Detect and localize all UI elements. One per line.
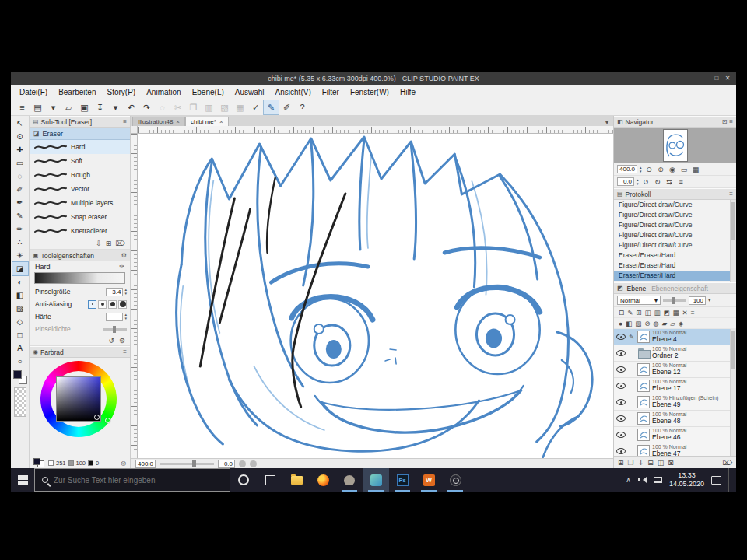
layer-row[interactable]: 100 % Hinzufügen (Schein) Ebene 49 — [614, 394, 730, 411]
layer-command-icon[interactable]: ◍ — [653, 320, 658, 327]
status-button-a[interactable] — [239, 460, 246, 467]
navigator-thumbnail[interactable] — [664, 130, 687, 161]
layer-visibility-eye-icon[interactable] — [616, 448, 626, 454]
navigator-zoom-icon[interactable]: ◉ — [668, 166, 678, 173]
layer-row[interactable]: 100 % Normal Ebene 46 — [614, 427, 730, 443]
wrench-icon[interactable]: ⚙ — [121, 252, 127, 259]
layer-footer-icon[interactable]: ⊟ — [647, 459, 654, 467]
subtool-footer-icon[interactable]: ⊞ — [106, 240, 112, 247]
layer-visibility-eye-icon[interactable] — [616, 350, 626, 356]
layer-visibility-eye-icon[interactable] — [616, 366, 626, 373]
toolbar-icon[interactable]: ✓ — [248, 100, 263, 114]
network-icon[interactable] — [654, 477, 662, 483]
layer-footer-icon[interactable]: ◫ — [658, 459, 665, 467]
panel-menu-icon[interactable]: ≡ — [729, 118, 733, 125]
layer-footer-icon[interactable]: ↧ — [638, 459, 644, 467]
menu-item[interactable]: Ansicht(V) — [270, 86, 317, 98]
close-tab-icon[interactable]: × — [219, 117, 223, 126]
photoshop-button[interactable]: Ps — [389, 468, 416, 492]
panel-menu-icon[interactable]: ≡ — [729, 191, 733, 198]
navigator-rotation-value[interactable]: 0.0 — [617, 177, 634, 186]
taskbar-search[interactable] — [34, 468, 230, 492]
property-settings-icon[interactable]: ⚙ — [119, 337, 125, 345]
layer-row[interactable]: 100 % Normal Ordner 2 — [614, 345, 730, 362]
start-button[interactable] — [11, 468, 34, 492]
aa-option-weak[interactable] — [98, 300, 107, 309]
navigator-zoom-icon[interactable]: ⊖ — [644, 166, 654, 173]
layer-visibility-eye-icon[interactable] — [616, 415, 626, 422]
reset-property-icon[interactable]: ↺ — [108, 337, 114, 345]
subtool-item[interactable]: Knetradierer — [30, 224, 130, 238]
toolbar-icon[interactable]: ▥ — [202, 100, 216, 114]
brush-size-value[interactable]: 3.4 — [106, 288, 123, 296]
subtool-item[interactable]: Vector — [30, 182, 130, 196]
layer-thumbnail[interactable] — [637, 331, 650, 343]
layer-command-icon[interactable]: ▱ — [670, 320, 675, 327]
layer-command-icon[interactable]: ▦ — [672, 309, 679, 317]
layer-command-icon[interactable]: ⊘ — [644, 320, 650, 327]
layer-row[interactable]: ✎ 100 % Normal Ebene 4 — [614, 329, 730, 345]
tool-icon[interactable]: ⊙ — [12, 130, 28, 143]
tool-icon[interactable]: ✚ — [12, 143, 28, 156]
brush-size-spinner[interactable]: ▴▾ — [124, 288, 127, 296]
layer-row[interactable]: 100 % Normal Ebene 47 — [614, 443, 730, 456]
subtool-item[interactable]: Hard — [30, 140, 130, 154]
layer-footer-icon[interactable]: ⊞ — [618, 459, 624, 467]
panel-menu-icon[interactable]: ≡ — [123, 118, 127, 125]
tool-icon[interactable]: ◇ — [12, 315, 28, 328]
tab-list-chevron-icon[interactable]: ▾ — [605, 119, 613, 126]
show-desktop-button[interactable] — [728, 468, 732, 492]
navigator-zoom-spinner[interactable]: ▴▾ — [640, 166, 642, 173]
subtool-item[interactable]: Snap eraser — [30, 210, 130, 224]
layer-visibility-eye-icon[interactable] — [616, 383, 626, 389]
aa-option-none[interactable] — [88, 300, 96, 309]
tool-icon[interactable]: ✐ — [12, 183, 28, 196]
layer-scrollbar[interactable] — [730, 329, 736, 456]
tool-icon[interactable]: ✎ — [12, 209, 28, 222]
toolbar-icon[interactable]: ▾ — [46, 100, 61, 114]
density-slider[interactable] — [103, 328, 127, 331]
menu-item[interactable]: Fenster(W) — [345, 86, 395, 98]
subtool-item[interactable]: Rough — [30, 168, 130, 182]
toolbar-icon[interactable]: ▧ — [217, 100, 232, 114]
history-header[interactable]: ▤ Protokoll ≡ — [614, 188, 736, 200]
tool-icon[interactable]: ◧ — [12, 289, 28, 302]
navigator-rotate-icon[interactable]: ≡ — [676, 178, 686, 186]
history-item[interactable]: Eraser/Eraser/Hard — [614, 261, 730, 271]
layer-command-icon[interactable]: ✕ — [682, 309, 688, 317]
menu-item[interactable]: Bearbeiten — [53, 86, 101, 98]
navigator-preview[interactable] — [614, 128, 736, 163]
sv-marker[interactable] — [94, 415, 100, 420]
tool-property-header[interactable]: ▣ Tooleigenschaften ⚙ — [30, 250, 130, 261]
layer-command-icon[interactable]: ▥ — [654, 309, 660, 317]
layer-visibility-eye-icon[interactable] — [616, 432, 626, 438]
tool-icon[interactable]: ✏ — [12, 222, 28, 236]
tool-icon[interactable]: ◌ — [12, 170, 28, 183]
tool-icon[interactable]: ▭ — [12, 156, 28, 170]
toolbar-icon[interactable]: ▾ — [108, 100, 123, 114]
layer-thumbnail[interactable] — [637, 363, 650, 376]
w-app-button[interactable]: W — [416, 468, 442, 492]
hardness-spinner[interactable]: ▴▾ — [124, 313, 127, 320]
menu-item[interactable]: Filter — [317, 86, 345, 98]
color-wheel-header[interactable]: ◉ Farbrad ≡ — [30, 346, 130, 358]
main-color-swatch[interactable] — [13, 370, 22, 379]
task-view-button[interactable] — [257, 468, 283, 492]
search-input[interactable] — [54, 476, 209, 485]
subtool-panel-header[interactable]: ▤ Sub-Tool [Eraser] ≡ — [30, 116, 130, 128]
toolbar-icon[interactable]: ↷ — [139, 100, 154, 114]
history-item[interactable]: Figure/Direct draw/Curve — [614, 200, 730, 210]
close-tab-icon[interactable]: × — [176, 117, 180, 126]
transparent-color-swatch[interactable] — [14, 387, 26, 417]
taskbar-clock[interactable]: 13:33 14.05.2020 — [669, 471, 704, 489]
aa-option-middle[interactable] — [108, 300, 117, 309]
maximize-button[interactable]: □ — [711, 75, 722, 82]
toolbar-icon[interactable]: ✂ — [170, 100, 185, 114]
navigator-rotation-spinner[interactable]: ▴▾ — [637, 178, 639, 186]
hidden-icons-chevron-icon[interactable]: ∧ — [626, 476, 631, 484]
canvas-zoom-slider[interactable] — [160, 463, 214, 465]
color-wheel[interactable] — [30, 358, 130, 457]
tool-icon[interactable]: ✒ — [12, 196, 28, 209]
toolbar-icon[interactable]: ▱ — [61, 100, 76, 114]
history-item[interactable]: Figure/Direct draw/Curve — [614, 230, 730, 240]
